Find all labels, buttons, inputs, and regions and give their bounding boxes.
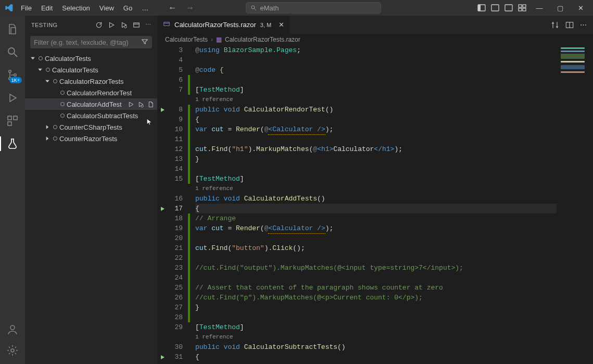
command-center[interactable]: eMath	[246, 2, 381, 14]
run-test-icon[interactable]	[128, 101, 134, 108]
code-line[interactable]	[195, 164, 593, 174]
window-close-icon[interactable]: ✕	[573, 4, 589, 12]
code-line[interactable]	[195, 55, 593, 65]
code-line[interactable]: }	[195, 303, 593, 312]
test-tree-item[interactable]: CounterRazorTests	[25, 133, 157, 144]
glyph-margin[interactable]	[158, 303, 167, 312]
glyph-margin[interactable]	[158, 283, 167, 293]
code-line[interactable]: {	[195, 204, 593, 214]
code-line[interactable]: public void CalculatorAddTests()	[195, 194, 593, 204]
editor-tab[interactable]: CalculatorRazorTests.razor 3, M ✕	[158, 16, 290, 34]
activity-explorer[interactable]	[0, 19, 25, 40]
glyph-margin[interactable]	[158, 273, 167, 283]
code-line[interactable]: // Arrange	[195, 214, 593, 223]
glyph-margin[interactable]	[158, 322, 167, 332]
glyph-margin[interactable]	[158, 243, 167, 253]
code-line[interactable]: [TestMethod]	[195, 322, 593, 332]
activity-extensions[interactable]	[0, 110, 25, 131]
test-tree-item[interactable]: CounterCSharpTests	[25, 121, 157, 133]
glyph-margin[interactable]	[158, 154, 167, 164]
test-tree-item[interactable]: CalculatorRendorTest	[25, 87, 157, 98]
menu-selection[interactable]: Selection	[58, 2, 94, 14]
glyph-margin[interactable]	[158, 194, 167, 204]
menu-view[interactable]: View	[95, 2, 118, 14]
code-lens[interactable]: 1 reference	[195, 332, 593, 342]
glyph-margin[interactable]	[158, 214, 167, 223]
code-editor[interactable]: 3456789101112131415161718192021222324252…	[158, 45, 593, 364]
debug-tests-icon[interactable]	[120, 21, 128, 29]
window-maximize-icon[interactable]: ▢	[552, 4, 568, 12]
editor-more-actions-icon[interactable]: ⋯	[580, 21, 587, 29]
menu-go[interactable]: Go	[119, 2, 136, 14]
breadcrumb-part[interactable]: CalculatorRazorTests.razor	[225, 36, 300, 43]
code-line[interactable]: {	[195, 352, 593, 362]
chevron-down-icon[interactable]	[36, 67, 44, 73]
filter-icon[interactable]	[141, 38, 148, 47]
layout-sidebar-right-icon[interactable]	[504, 4, 513, 12]
glyph-margin[interactable]	[158, 115, 167, 124]
activity-account[interactable]	[0, 319, 25, 340]
run-test-glyph-icon[interactable]	[158, 352, 167, 362]
compare-changes-icon[interactable]	[551, 21, 559, 29]
breadcrumb-part[interactable]: CalculatorTests	[165, 36, 208, 43]
test-tree-item[interactable]: CalculatorTests	[25, 64, 157, 76]
glyph-margin[interactable]	[158, 124, 167, 134]
run-all-tests-icon[interactable]	[108, 21, 115, 29]
glyph-margin[interactable]	[158, 95, 167, 105]
code-line[interactable]: cut.Find("button").Click();	[195, 243, 593, 253]
code-line[interactable]: [TestMethod]	[195, 174, 593, 184]
glyph-margin[interactable]	[158, 293, 167, 303]
glyph-margin[interactable]	[158, 85, 167, 95]
test-tree-item[interactable]: CalculatorRazorTests	[25, 76, 157, 87]
nav-forward-icon[interactable]: →	[184, 2, 196, 14]
glyph-margin[interactable]	[158, 65, 167, 75]
run-test-glyph-icon[interactable]	[158, 105, 167, 115]
glyph-margin[interactable]	[158, 312, 167, 322]
customize-layout-icon[interactable]	[518, 4, 526, 12]
activity-testing[interactable]	[0, 133, 25, 154]
menu-edit[interactable]: Edit	[37, 2, 57, 14]
glyph-margin[interactable]	[158, 233, 167, 243]
glyph-margin[interactable]	[158, 45, 167, 55]
code-line[interactable]: var cut = Render(@<Calculator />);	[195, 124, 593, 134]
code-line[interactable]: //cut.Find("p").MarkupMatches(@<p>Curren…	[195, 293, 593, 303]
more-actions-icon[interactable]: ⋯	[145, 21, 151, 29]
activity-search[interactable]	[0, 42, 25, 62]
activity-run-debug[interactable]	[0, 87, 25, 108]
chevron-down-icon[interactable]	[44, 78, 51, 84]
chevron-right-icon[interactable]	[44, 124, 51, 130]
nav-back-icon[interactable]: ←	[166, 2, 179, 14]
code-line[interactable]	[195, 233, 593, 243]
layout-sidebar-left-icon[interactable]	[477, 4, 486, 12]
test-filter-input[interactable]: Filter (e.g. text, !exclude, @tag)	[30, 36, 152, 48]
glyph-margin[interactable]	[158, 134, 167, 144]
code-line[interactable]: cut.Find("h1").MarkupMatches(@<h1>Calcul…	[195, 144, 593, 154]
glyph-margin[interactable]	[158, 263, 167, 273]
code-line[interactable]: public void CalculatorSubtractTests()	[195, 342, 593, 352]
glyph-margin[interactable]	[158, 144, 167, 154]
code-line[interactable]: @using BlazorSample.Pages;	[195, 45, 593, 55]
code-line[interactable]	[195, 273, 593, 283]
test-tree-item[interactable]: CalculatorSubtractTests	[25, 110, 157, 121]
tab-close-icon[interactable]: ✕	[279, 21, 284, 29]
code-line[interactable]: {	[195, 115, 593, 124]
code-line[interactable]: public void CalculatorRendorTest()	[195, 105, 593, 115]
show-output-icon[interactable]	[133, 21, 140, 29]
glyph-margin[interactable]	[158, 75, 167, 85]
menu-file[interactable]: File	[17, 2, 36, 14]
glyph-margin[interactable]	[158, 253, 167, 263]
code-line[interactable]: // Assert that content of the paragraph …	[195, 283, 593, 293]
code-line[interactable]	[195, 134, 593, 144]
code-line[interactable]: //cut.Find("output").MarkupMatches(@<inp…	[195, 263, 593, 273]
go-to-test-icon[interactable]	[147, 101, 154, 108]
glyph-margin[interactable]	[158, 184, 167, 194]
code-line[interactable]	[195, 75, 593, 85]
code-line[interactable]: var cut = Render(@<Calculator />);	[195, 223, 593, 233]
breadcrumbs[interactable]: CalculatorTests › ▦ CalculatorRazorTests…	[158, 34, 593, 45]
activity-source-control[interactable]: 1K+	[0, 65, 25, 85]
run-test-glyph-icon[interactable]	[158, 204, 167, 214]
code-line[interactable]	[195, 312, 593, 322]
debug-test-icon[interactable]	[137, 101, 144, 108]
glyph-margin[interactable]	[158, 164, 167, 174]
glyph-margin[interactable]	[158, 55, 167, 65]
